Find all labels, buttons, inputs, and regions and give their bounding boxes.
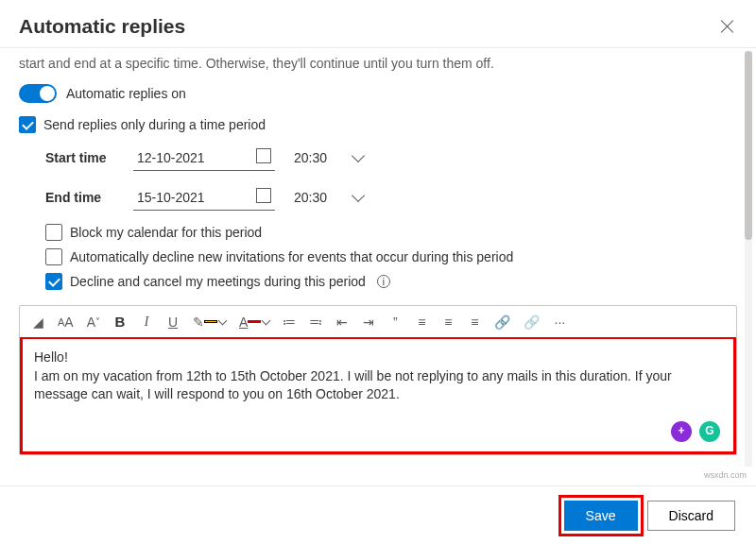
time-period-label: Send replies only during a time period xyxy=(43,117,266,132)
extension-badge-icon[interactable]: + xyxy=(671,421,692,442)
message-line2: I am on my vacation from 12th to 15th Oc… xyxy=(34,367,722,404)
message-line1: Hello! xyxy=(34,348,722,367)
bullets-button[interactable]: ≔ xyxy=(283,314,296,330)
chevron-down-icon xyxy=(352,149,365,162)
bold-button[interactable]: B xyxy=(113,314,127,330)
align-right-button[interactable]: ≡ xyxy=(468,314,481,330)
more-button[interactable]: ··· xyxy=(553,314,566,330)
cancel-meetings-checkbox[interactable] xyxy=(45,273,62,290)
block-calendar-label: Block my calendar for this period xyxy=(70,225,262,240)
calendar-icon[interactable] xyxy=(256,148,271,166)
format-painter-icon[interactable]: ◢ xyxy=(31,314,44,330)
save-button[interactable]: Save xyxy=(564,501,638,531)
highlight-button[interactable]: ✎ xyxy=(193,314,226,330)
align-center-button[interactable]: ≡ xyxy=(441,314,455,330)
unlink-button[interactable]: 🔗 xyxy=(524,314,540,330)
italic-button[interactable]: I xyxy=(140,314,153,330)
close-icon[interactable] xyxy=(718,17,737,36)
start-time-label: Start time xyxy=(45,150,116,165)
decline-new-checkbox[interactable] xyxy=(45,248,62,265)
calendar-icon[interactable] xyxy=(256,188,271,206)
message-editor: ◢ AA A˅ B I U ✎ A ≔ ≕ ⇤ ⇥ ” ≡ ≡ ≡ 🔗 🔗 ··… xyxy=(19,305,737,455)
start-date-input[interactable]: 12-10-2021 xyxy=(133,144,275,171)
scrollbar[interactable] xyxy=(745,51,752,467)
toggle-label: Automatic replies on xyxy=(66,86,186,101)
align-left-button[interactable]: ≡ xyxy=(415,314,428,330)
end-time-value: 20:30 xyxy=(294,190,327,205)
link-button[interactable]: 🔗 xyxy=(494,314,510,330)
end-date-value: 15-10-2021 xyxy=(137,190,205,205)
description-text: start and end at a specific time. Otherw… xyxy=(19,56,737,71)
info-icon[interactable]: i xyxy=(377,275,390,288)
editor-toolbar: ◢ AA A˅ B I U ✎ A ≔ ≕ ⇤ ⇥ ” ≡ ≡ ≡ 🔗 🔗 ··… xyxy=(20,306,736,337)
start-time-value: 20:30 xyxy=(294,150,327,165)
auto-replies-toggle[interactable] xyxy=(19,84,57,103)
chevron-down-icon xyxy=(352,189,365,202)
font-size-up-icon[interactable]: AA xyxy=(58,314,74,330)
grammarly-icon[interactable]: G xyxy=(699,421,720,442)
scrollbar-thumb[interactable] xyxy=(745,51,752,240)
start-date-value: 12-10-2021 xyxy=(137,150,205,165)
quote-button[interactable]: ” xyxy=(388,314,402,330)
end-time-select[interactable]: 20:30 xyxy=(292,186,365,209)
discard-button[interactable]: Discard xyxy=(647,501,735,531)
message-textarea[interactable]: Hello! I am on my vacation from 12th to … xyxy=(20,337,736,454)
block-calendar-checkbox[interactable] xyxy=(45,224,62,241)
watermark: wsxdn.com xyxy=(704,470,747,480)
start-time-select[interactable]: 20:30 xyxy=(292,146,365,169)
indent-button[interactable]: ⇥ xyxy=(362,314,375,330)
cancel-meetings-label: Decline and cancel my meetings during th… xyxy=(70,274,366,289)
time-period-checkbox[interactable] xyxy=(19,116,36,133)
end-time-label: End time xyxy=(45,190,116,205)
page-title: Automatic replies xyxy=(19,15,185,38)
outdent-button[interactable]: ⇤ xyxy=(335,314,349,330)
numbering-button[interactable]: ≕ xyxy=(309,314,322,330)
font-color-button[interactable]: A xyxy=(239,314,269,330)
font-size-down-icon[interactable]: A˅ xyxy=(87,314,100,330)
underline-button[interactable]: U xyxy=(166,314,180,330)
end-date-input[interactable]: 15-10-2021 xyxy=(133,184,275,211)
decline-new-label: Automatically decline new invitations fo… xyxy=(70,249,513,264)
